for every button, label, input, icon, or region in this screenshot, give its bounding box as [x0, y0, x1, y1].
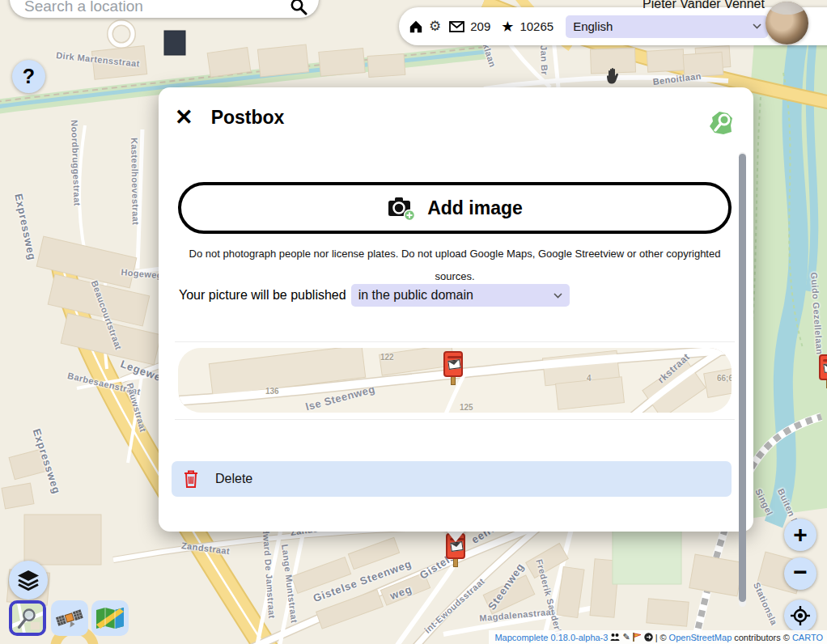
zoom-out-button[interactable]: −: [784, 557, 816, 590]
mapcomplete-version-link[interactable]: Mapcomplete 0.18.0-alpha-3: [494, 633, 608, 642]
map-style-satellite-button[interactable]: [51, 600, 88, 636]
chevron-down-icon: [753, 23, 761, 29]
minimap-number: 122: [380, 353, 394, 362]
postbox-marker-edge[interactable]: [819, 354, 827, 390]
layers-icon: [16, 568, 40, 592]
crosshair-icon: [790, 605, 811, 626]
license-select[interactable]: in the public domain: [351, 284, 570, 307]
location-minimap[interactable]: 122 136 125 4 66;6 lse Steenweg rkstraat: [178, 348, 732, 413]
attribution-bar: Mapcomplete 0.18.0-alpha-3 ✎ | © OpenStr…: [489, 630, 827, 644]
copyright-sign: ©: [659, 633, 666, 642]
close-icon[interactable]: ✕: [175, 107, 193, 129]
delete-label: Delete: [215, 472, 252, 486]
user-toolbar: ⚙ 209 ★ 10265 English: [399, 7, 827, 45]
add-image-label: Add image: [427, 197, 523, 219]
camera-plus-icon: [387, 195, 416, 221]
image-disclaimer: Do not photograph people nor license pla…: [183, 243, 727, 288]
add-image-button[interactable]: Add image: [178, 182, 732, 234]
dialog-title: Postbox: [211, 107, 285, 129]
username-label[interactable]: Pieter Vander Vennet: [643, 0, 765, 11]
hand-cursor-icon: [604, 66, 623, 87]
dialog-header: ✕ Postbox: [175, 107, 284, 129]
map-style-osm-button[interactable]: [9, 600, 46, 636]
search-bar[interactable]: [10, 0, 319, 18]
search-input[interactable]: [24, 0, 290, 16]
license-prefix: Your picture will be published: [179, 288, 346, 303]
carto-link[interactable]: CARTO: [792, 633, 823, 642]
osm-carto-icon: [12, 603, 43, 633]
info-circle-icon[interactable]: [644, 633, 653, 642]
map-canvas[interactable]: Dirk Martensstraat Noordbruggestraat Kas…: [0, 0, 827, 644]
license-row: Your picture will be published in the pu…: [179, 284, 570, 307]
dialog-scrollbar-thumb[interactable]: [739, 154, 746, 602]
minimap-number: 125: [460, 403, 473, 412]
contributors-text: contributors ©: [734, 633, 790, 642]
layers-button[interactable]: [9, 561, 48, 600]
minimap-number: 66;6: [717, 374, 732, 383]
delete-button[interactable]: Delete: [172, 461, 732, 497]
map-style-map-button[interactable]: [91, 600, 129, 636]
dialog-scrollbar-track[interactable]: [739, 152, 746, 607]
home-icon[interactable]: [409, 19, 423, 34]
user-avatar[interactable]: [766, 2, 808, 44]
postbox-dialog: ✕ Postbox Add image Do not photograph pe…: [159, 87, 753, 532]
street-label: Jan Br: [539, 45, 549, 75]
search-icon[interactable]: [290, 0, 307, 15]
stars-count: 10265: [520, 19, 553, 33]
folded-map-icon: [95, 607, 125, 629]
mapcomplete-logo-icon: [708, 110, 734, 136]
flag-icon[interactable]: [633, 633, 642, 642]
contributors-icon[interactable]: [610, 633, 620, 642]
pencil-icon[interactable]: ✎: [622, 633, 630, 642]
messages-count: 209: [470, 19, 490, 33]
trash-icon: [183, 469, 199, 489]
satellite-icon: [56, 605, 83, 631]
osm-link[interactable]: OpenStreetMap: [669, 633, 732, 642]
minimap-number: 4: [587, 374, 592, 383]
attribution-divider: |: [655, 633, 658, 642]
street-label: Kasteelhoevestraat: [129, 138, 141, 225]
zoom-in-button[interactable]: +: [784, 519, 816, 551]
divider: [175, 419, 735, 420]
mail-icon[interactable]: [449, 21, 464, 32]
help-button[interactable]: ?: [12, 60, 45, 93]
gear-icon[interactable]: ⚙: [429, 19, 441, 33]
language-select[interactable]: English: [566, 15, 768, 38]
divider: [175, 341, 735, 342]
star-icon[interactable]: ★: [501, 19, 514, 34]
minimap-number: 136: [265, 387, 279, 396]
chevron-down-icon: [553, 293, 562, 299]
locate-button[interactable]: [784, 600, 816, 632]
